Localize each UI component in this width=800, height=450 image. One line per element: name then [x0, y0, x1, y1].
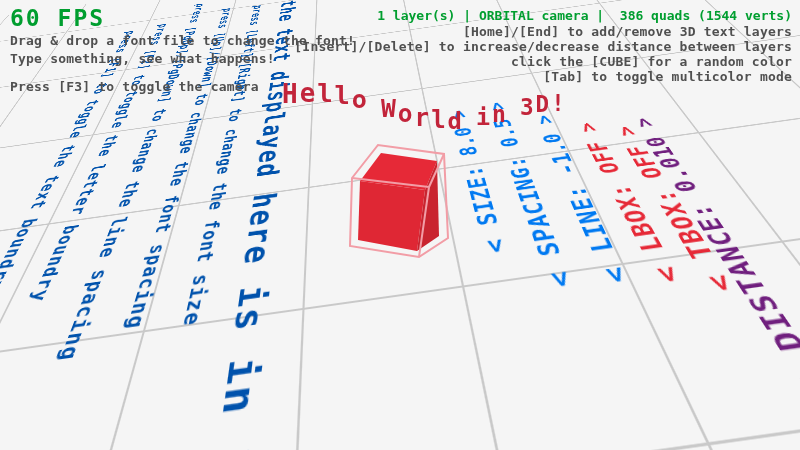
3d-viewport[interactable]: press [F1] to toggle the text boundry pr…: [0, 0, 800, 450]
wave-text: Hello World in 3D!: [282, 88, 567, 118]
ground-grid: press [F1] to toggle the text boundry pr…: [0, 0, 800, 450]
camera-tilt-layer: press [F1] to toggle the text boundry pr…: [0, 0, 800, 450]
help-line-text-boundry: press [F1] to toggle the text boundry: [0, 30, 138, 295]
perspective-layer: press [F1] to toggle the text boundry pr…: [0, 0, 800, 450]
raylib-text3d-window: press [F1] to toggle the text boundry pr…: [0, 0, 800, 450]
